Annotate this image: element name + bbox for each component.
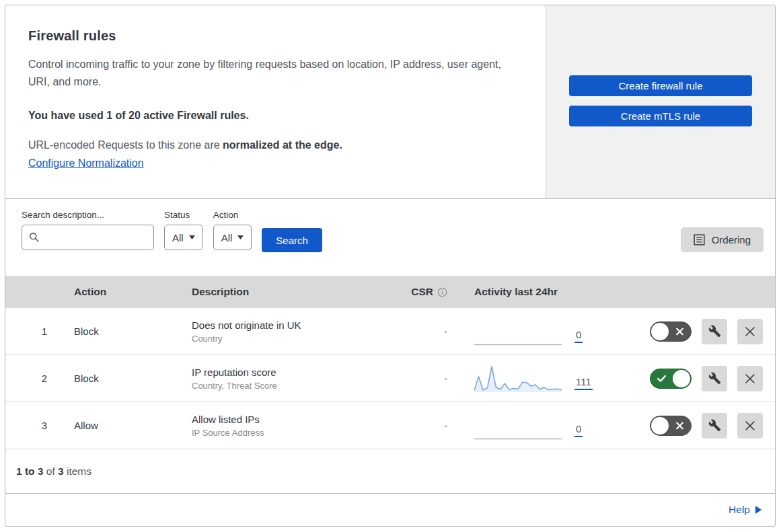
toggle-knob <box>651 417 669 434</box>
create-mtls-rule-button[interactable]: Create mTLS rule <box>569 106 752 126</box>
actions-panel: Create firewall rule Create mTLS rule <box>546 5 775 198</box>
items-count-bar: 1 to 3 of 3 items <box>5 449 775 494</box>
items-total: 3 <box>58 465 64 478</box>
intro-description: Control incoming traffic to your zone by… <box>28 56 515 91</box>
firewall-rules-panel: Firewall rules Control incoming traffic … <box>5 5 776 527</box>
ordering-list-icon <box>694 234 705 245</box>
search-group: Search description... <box>22 210 154 250</box>
create-firewall-rule-button[interactable]: Create firewall rule <box>569 75 752 96</box>
rule-action: Allow <box>65 420 182 431</box>
action-label: Action <box>213 210 252 220</box>
rule-fields: IP Source Address <box>192 428 384 438</box>
normalization-prefix: URL-encoded Requests to this zone are <box>28 139 220 151</box>
wrench-icon <box>708 372 721 385</box>
x-icon <box>676 422 683 429</box>
rule-number: 2 <box>5 373 65 384</box>
ordering-button[interactable]: Ordering <box>681 227 764 252</box>
activity-count-link[interactable]: 0 <box>574 423 583 437</box>
usage-summary: You have used 1 of 20 active Firewall ru… <box>28 110 515 122</box>
rule-action: Block <box>65 373 182 384</box>
action-selected-value: All <box>221 232 233 243</box>
search-input[interactable] <box>45 231 147 244</box>
items-of-text: of <box>46 465 55 478</box>
search-button[interactable]: Search <box>262 228 322 252</box>
rule-status-toggle[interactable] <box>650 369 692 389</box>
table-row: 2 Block IP reputation score Country, Thr… <box>5 355 775 402</box>
search-icon <box>29 232 40 243</box>
rule-csr-value: - <box>384 373 451 384</box>
rule-description-cell: IP reputation score Country, Threat Scor… <box>182 367 384 391</box>
rule-controls <box>620 319 775 344</box>
help-link[interactable]: Help <box>729 504 761 516</box>
delete-rule-button[interactable] <box>737 366 763 391</box>
info-icon[interactable] <box>437 287 447 297</box>
search-label: Search description... <box>22 210 154 220</box>
intro-text-area: Firewall rules Control incoming traffic … <box>5 5 546 198</box>
status-select[interactable]: All <box>164 225 203 250</box>
activity-sparkline <box>474 412 562 440</box>
chevron-down-icon <box>189 235 195 239</box>
close-icon <box>744 373 756 385</box>
edit-rule-button[interactable] <box>702 413 727 439</box>
toggle-knob <box>651 323 669 340</box>
table-row: 3 Allow Allow listed IPs IP Source Addre… <box>5 402 775 449</box>
description-column-header: Description <box>182 286 384 298</box>
action-filter-group: Action All <box>213 210 252 250</box>
activity-count-link[interactable]: 111 <box>574 376 593 390</box>
search-input-box[interactable] <box>22 225 154 250</box>
rule-description: Allow listed IPs <box>192 414 384 425</box>
rule-number: 3 <box>5 420 65 431</box>
table-header: Action Description CSR Activity last 24h… <box>5 276 775 308</box>
csr-column-header: CSR <box>384 286 451 298</box>
edit-rule-button[interactable] <box>702 319 727 344</box>
edit-rule-button[interactable] <box>702 366 727 391</box>
ordering-button-label: Ordering <box>712 234 751 245</box>
rule-description: Does not originate in UK <box>192 319 384 331</box>
normalization-note: URL-encoded Requests to this zone are no… <box>28 139 515 151</box>
activity-count-link[interactable]: 0 <box>574 329 583 343</box>
rule-controls <box>620 366 775 391</box>
rule-action: Block <box>65 326 182 337</box>
intro-section: Firewall rules Control incoming traffic … <box>5 5 775 199</box>
rule-controls <box>620 413 775 439</box>
items-range: 1 to 3 <box>16 465 43 478</box>
check-icon <box>657 375 666 382</box>
toggle-knob <box>673 370 690 387</box>
delete-rule-button[interactable] <box>737 319 763 344</box>
help-bar: Help <box>5 494 775 526</box>
close-icon <box>744 326 756 338</box>
help-arrow-icon <box>755 506 761 514</box>
x-icon <box>676 328 683 335</box>
help-link-label: Help <box>729 504 750 516</box>
activity-sparkline <box>474 317 562 346</box>
configure-normalization-link[interactable]: Configure Normalization <box>28 157 144 169</box>
activity-column-header: Activity last 24hr <box>451 286 620 298</box>
rules-table-body: 1 Block Does not originate in UK Country… <box>5 308 775 449</box>
wrench-icon <box>708 419 721 432</box>
wrench-icon <box>708 325 721 338</box>
action-select[interactable]: All <box>213 225 252 250</box>
status-filter-group: Status All <box>164 210 203 250</box>
page-title: Firewall rules <box>28 28 515 44</box>
rule-description-cell: Does not originate in UK Country <box>182 319 384 344</box>
normalization-bold: normalized at the edge. <box>223 139 342 151</box>
status-label: Status <box>164 210 203 220</box>
rule-activity-cell: 0 <box>451 317 620 346</box>
status-selected-value: All <box>172 232 184 243</box>
items-label: items <box>67 465 91 478</box>
table-row: 1 Block Does not originate in UK Country… <box>5 308 775 355</box>
close-icon <box>744 420 756 432</box>
rule-csr-value: - <box>384 326 451 337</box>
rule-description-cell: Allow listed IPs IP Source Address <box>182 414 384 438</box>
rule-csr-value: - <box>384 420 451 431</box>
rule-activity-cell: 0 <box>451 412 620 440</box>
rule-status-toggle[interactable] <box>650 321 692 342</box>
rule-activity-cell: 111 <box>451 365 620 393</box>
rule-number: 1 <box>5 326 65 337</box>
rule-fields: Country, Threat Score <box>192 381 384 391</box>
delete-rule-button[interactable] <box>737 413 763 439</box>
rule-fields: Country <box>192 334 384 344</box>
rule-status-toggle[interactable] <box>650 416 692 436</box>
filter-bar: Search description... Status All Action <box>5 199 775 276</box>
csr-header-label: CSR <box>411 286 433 298</box>
